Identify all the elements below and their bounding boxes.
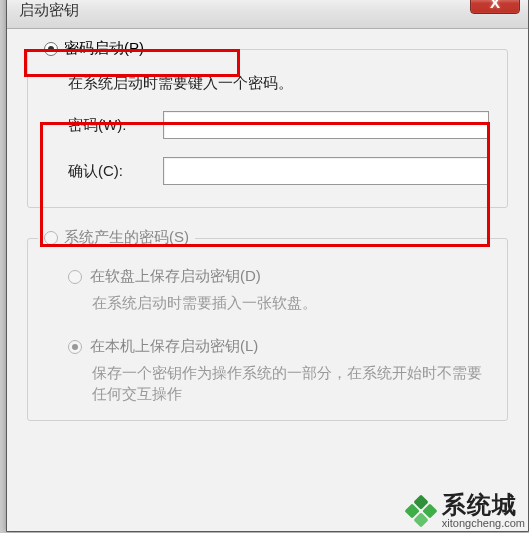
confirm-row: 确认(C): (68, 157, 489, 185)
option-floppy: 在软盘上保存启动密钥(D) (68, 267, 489, 286)
titlebar[interactable]: 启动密钥 X (7, 0, 528, 29)
group-system-legend[interactable]: 系统产生的密码(S) (38, 228, 195, 247)
group-password-label: 密码启动(P) (64, 39, 144, 58)
watermark-url: xitongcheng.com (442, 518, 525, 529)
option-floppy-desc: 在系统启动时需要插入一张软盘。 (92, 292, 489, 313)
radio-system-password[interactable] (44, 231, 58, 245)
group-password-legend[interactable]: 密码启动(P) (38, 39, 150, 58)
window-title: 启动密钥 (19, 1, 79, 20)
password-input[interactable] (163, 111, 489, 139)
client-area: 密码启动(P) 在系统启动时需要键入一个密码。 密码(W): 确认(C): 系统… (7, 29, 528, 531)
group-password-startup: 密码启动(P) 在系统启动时需要键入一个密码。 密码(W): 确认(C): (27, 49, 508, 208)
confirm-label: 确认(C): (68, 162, 163, 181)
option-local-desc: 保存一个密钥作为操作系统的一部分，在系统开始时不需要任何交互操作 (92, 362, 489, 404)
dialog-window: 启动密钥 X 密码启动(P) 在系统启动时需要键入一个密码。 密码(W): 确认… (6, 0, 529, 532)
radio-local (68, 340, 82, 354)
group-system-label: 系统产生的密码(S) (64, 228, 189, 247)
watermark-text: 系统城 xitongcheng.com (442, 493, 525, 529)
password-label: 密码(W): (68, 116, 163, 135)
option-local-label: 在本机上保存启动密钥(L) (90, 337, 258, 356)
radio-floppy (68, 270, 82, 284)
close-icon: X (490, 0, 500, 11)
confirm-input[interactable] (163, 157, 489, 185)
close-button[interactable]: X (470, 0, 520, 14)
password-row: 密码(W): (68, 111, 489, 139)
option-floppy-label: 在软盘上保存启动密钥(D) (90, 267, 261, 286)
radio-password-startup[interactable] (44, 42, 58, 56)
watermark-brand: 系统城 (442, 493, 525, 517)
password-description: 在系统启动时需要键入一个密码。 (68, 74, 489, 93)
watermark-logo-icon (404, 494, 437, 527)
group-system-password: 系统产生的密码(S) 在软盘上保存启动密钥(D) 在系统启动时需要插入一张软盘。… (27, 238, 508, 421)
watermark: 系统城 xitongcheng.com (408, 493, 525, 529)
option-local: 在本机上保存启动密钥(L) (68, 337, 489, 356)
